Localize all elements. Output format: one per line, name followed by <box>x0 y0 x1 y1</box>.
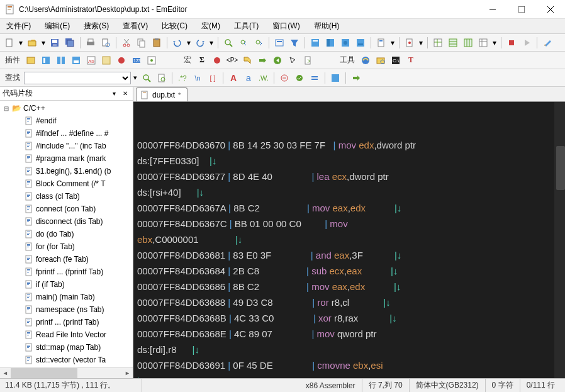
menu-edit[interactable]: 编辑(E) <box>42 20 72 33</box>
side-hscroll[interactable]: ◄ ► <box>0 367 133 378</box>
tree-item[interactable]: class (cl Tab) <box>1 190 131 203</box>
tree-item[interactable]: connect (con Tab) <box>1 203 131 215</box>
find-highlighta-button[interactable]: a <box>242 71 255 85</box>
tree-item[interactable]: fprintf ... (fprintf Tab) <box>1 266 131 278</box>
macro-tag-button[interactable] <box>240 53 254 67</box>
find-input[interactable] <box>24 72 131 84</box>
undo-button[interactable] <box>171 36 184 50</box>
find-next2-button[interactable] <box>349 71 363 85</box>
find-prev-button[interactable] <box>237 36 250 50</box>
plugin5-button[interactable]: Ab <box>84 53 98 67</box>
macro-sigma-button[interactable]: Σ <box>195 53 209 67</box>
csv4-dropdown[interactable]: ▾ <box>491 36 498 50</box>
record-button[interactable] <box>505 36 518 50</box>
tree-item[interactable]: namespace (ns Tab) <box>1 303 131 316</box>
redo-dropdown[interactable]: ▾ <box>208 36 215 50</box>
editor-body[interactable]: 00007FF84DD63670 | 8B 14 25 30 03 FE 7F … <box>133 102 565 378</box>
find-newline-button[interactable]: \n <box>191 71 204 85</box>
csv2-button[interactable] <box>446 36 460 50</box>
tree-item[interactable]: #ifndef ... #define ... # <box>1 127 131 140</box>
tree-item[interactable]: do (do Tab) <box>1 228 131 240</box>
tool-explorer-button[interactable] <box>374 53 388 67</box>
side-dropdown-button[interactable]: ▾ <box>109 89 119 99</box>
view2-button[interactable] <box>323 36 337 50</box>
macro-cursor-button[interactable] <box>286 53 299 67</box>
tree-item[interactable]: main() (main Tab) <box>1 291 131 303</box>
doc1-button[interactable] <box>374 36 388 50</box>
find-opt3-button[interactable] <box>308 71 322 85</box>
menu-window[interactable]: 窗口(W) <box>270 20 302 33</box>
close-button[interactable] <box>536 0 565 18</box>
view1-button[interactable] <box>308 36 322 50</box>
save-all-button[interactable] <box>63 36 77 50</box>
side-close-button[interactable]: ✕ <box>120 89 130 99</box>
menu-search[interactable]: 搜索(S) <box>81 20 111 33</box>
find-bracket-button[interactable]: [ ] <box>206 71 220 85</box>
undo-dropdown[interactable]: ▾ <box>186 36 192 50</box>
doc1-dropdown[interactable]: ▾ <box>389 36 396 50</box>
view3-button[interactable] <box>338 36 352 50</box>
view4-button[interactable] <box>354 36 367 50</box>
redo-button[interactable] <box>193 36 207 50</box>
status-lang[interactable]: x86 Assembler <box>299 379 362 392</box>
plugin7-button[interactable] <box>115 53 128 67</box>
csv4-button[interactable] <box>476 36 490 50</box>
tool-cmd-button[interactable]: C:\ <box>389 53 403 67</box>
scroll-thumb[interactable] <box>11 368 77 378</box>
minimize-button[interactable] <box>478 0 507 18</box>
plugin8-button[interactable]: 123 <box>130 53 143 67</box>
find-opt2-button[interactable] <box>293 71 306 85</box>
scroll-left-button[interactable]: ◄ <box>0 368 11 379</box>
collapse-icon[interactable]: ⊟ <box>4 105 11 112</box>
find-doc-button[interactable] <box>155 71 169 85</box>
macro-rec-button[interactable] <box>210 53 224 67</box>
print-preview-button[interactable] <box>99 36 113 50</box>
tree-item[interactable]: #pragma mark (mark <box>1 152 131 165</box>
scroll-right-button[interactable]: ► <box>122 368 133 379</box>
macro-go-button[interactable] <box>255 53 269 67</box>
menu-tools[interactable]: 工具(T) <box>232 20 261 33</box>
find-go-down-button[interactable]: ▾ <box>132 71 138 85</box>
menu-view[interactable]: 查看(V) <box>120 20 150 33</box>
tree-item[interactable]: if (if Tab) <box>1 278 131 291</box>
plugin1-button[interactable] <box>24 53 38 67</box>
cut-button[interactable] <box>120 36 133 50</box>
scroll-track[interactable] <box>11 368 122 378</box>
menu-macro[interactable]: 宏(M) <box>199 20 223 33</box>
doc2-dropdown[interactable]: ▾ <box>418 36 424 50</box>
play-button[interactable] <box>520 36 534 50</box>
tree-root[interactable]: ⊟ 📂 C/C++ <box>1 102 131 115</box>
menu-help[interactable]: 帮助(H) <box>311 20 342 33</box>
plugin4-button[interactable] <box>69 53 83 67</box>
tree-item[interactable]: std::vector (vector Ta <box>1 354 131 366</box>
find-next-button[interactable] <box>252 36 266 50</box>
macro-doc-button[interactable] <box>301 53 315 67</box>
menu-compare[interactable]: 比较(C) <box>159 20 190 33</box>
save-button[interactable] <box>48 36 62 50</box>
find-view-button[interactable] <box>328 71 342 85</box>
snippet-tree[interactable]: ⊟ 📂 C/C++ #endif#ifndef ... #define ... … <box>0 101 133 367</box>
new-button[interactable] <box>3 36 16 50</box>
open-button[interactable] <box>25 36 39 50</box>
plugin6-button[interactable] <box>99 53 113 67</box>
editor-vscroll-thumb[interactable] <box>556 146 565 190</box>
macro-code-button[interactable]: <P> <box>225 53 239 67</box>
tree-item[interactable]: foreach (fe Tab) <box>1 253 131 266</box>
tab-dup[interactable]: dup.txt * <box>136 87 187 101</box>
macro-back-button[interactable] <box>271 53 284 67</box>
csv1-button[interactable] <box>431 36 445 50</box>
status-enc[interactable]: 简体中文(GB2312) <box>410 379 486 392</box>
doc2-button[interactable] <box>403 36 417 50</box>
plugin3-button[interactable] <box>54 53 68 67</box>
filter-button[interactable] <box>288 36 301 50</box>
tree-item[interactable]: #endif <box>1 115 131 127</box>
paste-button[interactable] <box>150 36 164 50</box>
new-dropdown[interactable]: ▾ <box>18 36 24 50</box>
find-word-button[interactable]: .W. <box>257 71 271 85</box>
plugin2-button[interactable] <box>39 53 53 67</box>
print-button[interactable] <box>84 36 98 50</box>
editor-vscroll[interactable] <box>554 102 565 378</box>
tree-item[interactable]: std::map (map Tab) <box>1 341 131 354</box>
tree-item[interactable]: #include "..." (inc Tab <box>1 140 131 152</box>
find-button[interactable] <box>221 36 235 50</box>
